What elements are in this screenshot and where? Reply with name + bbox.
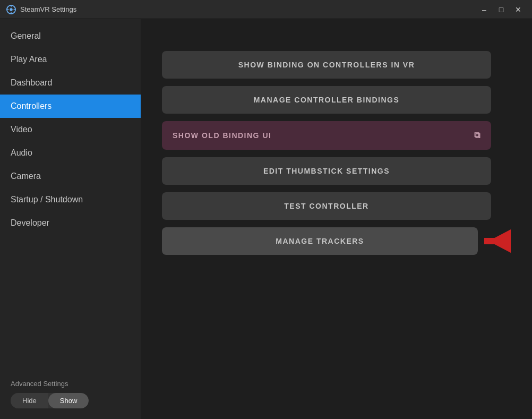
sidebar-item-developer[interactable]: Developer bbox=[0, 211, 141, 235]
manage-bindings-button[interactable]: MANAGE CONTROLLER BINDINGS bbox=[162, 86, 491, 114]
title-bar-left: SteamVR Settings bbox=[6, 5, 76, 14]
close-button[interactable]: ✕ bbox=[511, 3, 526, 16]
svg-point-1 bbox=[10, 8, 12, 11]
manage-trackers-row: MANAGE TRACKERS bbox=[162, 227, 511, 255]
show-old-binding-button[interactable]: SHOW OLD BINDING UI ⧉ bbox=[162, 121, 491, 150]
show-button[interactable]: Show bbox=[48, 393, 89, 408]
sidebar-item-camera[interactable]: Camera bbox=[0, 165, 141, 188]
advanced-settings-toggle: Hide Show bbox=[11, 393, 89, 408]
advanced-settings-label: Advanced Settings bbox=[11, 380, 130, 388]
sidebar-item-play-area[interactable]: Play Area bbox=[0, 48, 141, 71]
maximize-button[interactable]: □ bbox=[494, 3, 509, 16]
minimize-button[interactable]: – bbox=[477, 3, 492, 16]
sidebar-nav: General Play Area Dashboard Controllers … bbox=[0, 24, 141, 371]
hide-button[interactable]: Hide bbox=[11, 393, 48, 408]
show-binding-button[interactable]: SHOW BINDING ON CONTROLLERS IN VR bbox=[162, 51, 491, 79]
title-bar: SteamVR Settings – □ ✕ bbox=[0, 0, 532, 19]
window-title: SteamVR Settings bbox=[20, 5, 76, 13]
external-link-icon: ⧉ bbox=[474, 131, 481, 140]
edit-thumbstick-button[interactable]: EDIT THUMBSTICK SETTINGS bbox=[162, 157, 491, 185]
window-controls: – □ ✕ bbox=[477, 3, 526, 16]
sidebar-item-video[interactable]: Video bbox=[0, 118, 141, 141]
main-content: SHOW BINDING ON CONTROLLERS IN VR MANAGE… bbox=[141, 19, 532, 419]
sidebar-item-dashboard[interactable]: Dashboard bbox=[0, 71, 141, 95]
test-controller-button[interactable]: TEST CONTROLLER bbox=[162, 192, 491, 220]
app-icon bbox=[6, 5, 16, 14]
svg-rect-7 bbox=[484, 238, 495, 244]
sidebar-item-startup-shutdown[interactable]: Startup / Shutdown bbox=[0, 188, 141, 211]
sidebar-footer: Advanced Settings Hide Show bbox=[0, 371, 141, 419]
manage-trackers-button[interactable]: MANAGE TRACKERS bbox=[162, 227, 478, 255]
app-body: General Play Area Dashboard Controllers … bbox=[0, 19, 532, 419]
sidebar-item-general[interactable]: General bbox=[0, 24, 141, 48]
left-arrow-icon bbox=[484, 229, 511, 253]
sidebar: General Play Area Dashboard Controllers … bbox=[0, 19, 141, 419]
arrow-indicator bbox=[484, 229, 511, 253]
sidebar-item-audio[interactable]: Audio bbox=[0, 141, 141, 165]
sidebar-item-controllers[interactable]: Controllers bbox=[0, 95, 141, 118]
